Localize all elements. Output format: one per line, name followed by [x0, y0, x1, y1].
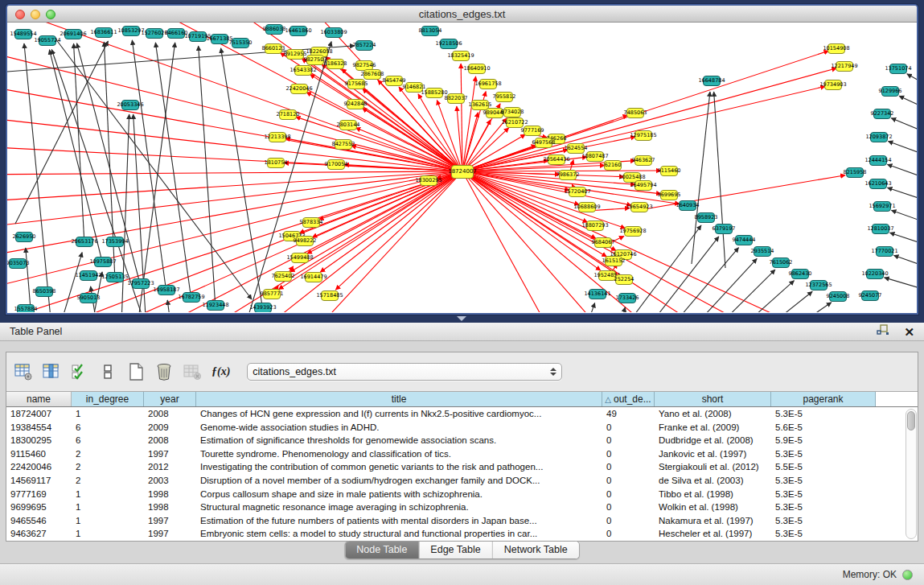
graph-node[interactable]: 20564436 [548, 154, 565, 165]
graph-node[interactable]: 20653176 [76, 237, 93, 247]
network-window-titlebar[interactable]: citations_edges.txt [7, 6, 917, 23]
graph-node[interactable]: 22420046 [290, 84, 308, 94]
graph-node[interactable]: 15276027 [146, 28, 163, 39]
graph-node[interactable]: 7857224 [355, 40, 373, 51]
graph-node[interactable]: 62160 [604, 160, 622, 171]
function-builder-icon[interactable]: ƒ(x) [210, 365, 232, 378]
graph-node[interactable]: 5905013 [80, 293, 97, 303]
table-row[interactable]: 977716911998Corpus callosum shape and si… [6, 488, 905, 501]
graph-node[interactable]: 252254 [615, 274, 633, 285]
graph-node[interactable]: 20691406 [64, 29, 82, 39]
graph-node[interactable]: 12093872 [870, 132, 888, 142]
graph-node[interactable]: 8958923 [697, 212, 715, 223]
table-vertical-scrollbar[interactable] [906, 409, 917, 539]
graph-node[interactable]: 9035073 [9, 258, 27, 269]
column-header-title[interactable]: title [196, 392, 602, 406]
graph-node[interactable]: 19756928 [624, 226, 642, 237]
show-columns-icon[interactable] [41, 361, 62, 382]
graph-node[interactable]: 10719195 [189, 31, 207, 42]
graph-node[interactable]: 2803144 [339, 120, 357, 130]
tab-edge-table[interactable]: Edge Table [419, 542, 492, 558]
graph-node[interactable]: 18325419 [452, 51, 470, 61]
table-row[interactable]: 2242004622012Investigating the contribut… [6, 460, 905, 474]
graph-node[interactable]: 15885280 [425, 88, 443, 98]
network-canvas[interactable]: 1548955419055724206914061683661110853297… [7, 23, 917, 312]
graph-node[interactable]: 2867608 [363, 69, 381, 80]
float-panel-icon[interactable] [877, 324, 889, 339]
graph-node[interactable]: 15692971 [873, 201, 891, 212]
column-header-short[interactable]: short [655, 392, 771, 406]
graph-node[interactable]: 7615062 [772, 257, 790, 268]
graph-node[interactable]: 1615152 [605, 256, 622, 266]
graph-node[interactable]: 19218506 [440, 39, 458, 49]
graph-node[interactable]: 15720407 [569, 187, 586, 197]
graph-node[interactable]: 9175685 [347, 79, 365, 89]
close-window-button[interactable] [15, 10, 25, 19]
graph-node[interactable]: 9862430 [791, 269, 809, 279]
graph-node[interactable]: 9227342 [873, 109, 891, 119]
graph-node[interactable]: 14136141 [589, 289, 606, 299]
graph-node[interactable]: 9684067 [594, 237, 612, 248]
graph-node[interactable]: 1733426 [618, 293, 636, 303]
graph-node[interactable]: 19734903 [824, 80, 842, 90]
graph-node[interactable]: 10958187 [158, 285, 175, 295]
graph-node[interactable]: 8427552 [335, 139, 352, 150]
graph-node[interactable]: 12444154 [869, 155, 887, 166]
graph-node[interactable]: 16782759 [183, 292, 200, 303]
graph-node[interactable]: 18807293 [586, 220, 604, 231]
graph-node[interactable]: 7955812 [495, 92, 513, 102]
graph-node[interactable]: 16461860 [290, 26, 307, 36]
graph-node[interactable]: 8186328 [326, 59, 344, 69]
graph-node[interactable]: 10975887 [94, 257, 112, 267]
graph-node[interactable]: 16543382 [294, 65, 312, 76]
graph-node[interactable]: 16671385 [211, 34, 228, 44]
graph-node[interactable]: 12372565 [810, 280, 827, 290]
graph-node[interactable]: 9242848 [347, 99, 364, 109]
graph-node[interactable]: 8650398 [35, 286, 53, 297]
table-row[interactable]: 1456911722003Disruption of a novel membe… [6, 474, 905, 488]
graph-node[interactable]: 16914479 [305, 272, 322, 282]
graph-node[interactable]: 1624554 [567, 143, 585, 154]
graph-node[interactable]: 1810754 [267, 158, 285, 168]
graph-node[interactable]: 7485063 [626, 108, 644, 118]
graph-node[interactable]: 9245077 [861, 290, 879, 301]
graph-node[interactable]: 7986372 [559, 170, 577, 180]
graph-node[interactable]: 2718120 [279, 109, 297, 120]
graph-node[interactable]: 9463627 [634, 155, 652, 166]
graph-node[interactable]: 1557884 [17, 304, 35, 313]
minimize-window-button[interactable] [31, 10, 40, 19]
graph-node[interactable]: 19654923 [630, 202, 648, 212]
graph-node[interactable]: 8454749 [385, 76, 403, 86]
panel-divider[interactable] [0, 315, 924, 323]
graph-node[interactable]: 15499488 [291, 253, 309, 263]
column-header-name[interactable]: name [6, 392, 72, 406]
graph-node[interactable]: 9115460 [660, 166, 678, 176]
tab-node-table[interactable]: Node Table [345, 542, 419, 558]
graph-node[interactable]: 9129966 [881, 86, 899, 97]
graph-node[interactable]: 2935514 [754, 246, 771, 257]
graph-node[interactable]: 9699695 [660, 190, 678, 200]
graph-node[interactable]: 10220340 [866, 269, 884, 279]
graph-node[interactable]: 11451942 [80, 270, 97, 281]
graph-node[interactable]: 6734028 [503, 107, 521, 117]
graph-node[interactable]: 9245008 [829, 291, 847, 302]
tab-network-table[interactable]: Network Table [493, 542, 579, 558]
graph-node[interactable]: 17770021 [876, 246, 893, 257]
graph-node[interactable]: 18724007 [451, 165, 474, 179]
graph-node[interactable]: 19055724 [39, 35, 56, 46]
graph-node[interactable]: 6466160 [167, 28, 185, 39]
graph-node[interactable]: 16210722 [506, 117, 524, 128]
graph-node[interactable]: 16961758 [479, 79, 497, 89]
column-header-year[interactable]: year [144, 392, 196, 406]
graph-node[interactable]: 8215958 [846, 167, 864, 178]
graph-node[interactable]: 8912955 [286, 49, 304, 60]
graph-node[interactable]: 20053346 [121, 100, 139, 110]
select-columns-icon[interactable] [69, 361, 90, 382]
graph-node[interactable]: 10807487 [586, 151, 604, 162]
graph-node[interactable]: 6497568 [535, 138, 552, 148]
table-row[interactable]: 1830029562008Estimation of significance … [6, 434, 905, 447]
graph-node[interactable]: 7625402 [274, 271, 292, 282]
graph-node[interactable]: 8813054 [421, 26, 439, 36]
graph-node[interactable]: 10154908 [827, 43, 845, 54]
new-table-icon[interactable] [125, 361, 146, 382]
